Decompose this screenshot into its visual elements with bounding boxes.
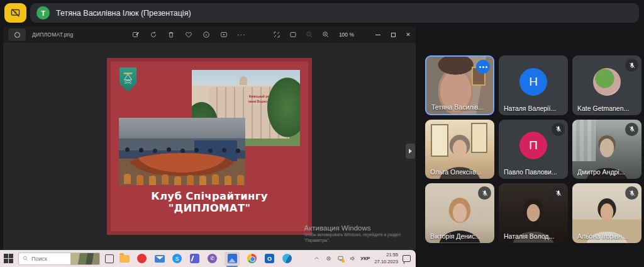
mic-off-icon <box>628 62 636 69</box>
conference-people <box>125 147 130 152</box>
participant-name: Альона Ігорівн... <box>577 232 639 240</box>
presenting-banner: T Тетяна Василівна Ілюк (Презентація) <box>30 3 639 23</box>
search-icon <box>23 256 28 261</box>
outlook-icon[interactable]: O <box>264 253 275 264</box>
slide-title: Клуб Спічрайтингу "ДИПЛОМАТ" <box>111 190 308 214</box>
conference-chairs <box>124 174 131 184</box>
participant-tile-kate[interactable]: Kate Getmanen... <box>572 55 641 115</box>
participant-name: Наталя Валерії... <box>504 105 565 112</box>
windows-taskbar: S ✆ O УКР 21:55 27.10.2023 <box>0 250 416 267</box>
volume-icon[interactable] <box>348 255 356 263</box>
next-image-button[interactable] <box>406 144 415 159</box>
clock[interactable]: 21:55 27.10.2023 <box>374 252 398 264</box>
zoom-out-icon[interactable] <box>305 30 314 39</box>
chrome-icon[interactable] <box>247 253 257 264</box>
task-view-button[interactable] <box>105 254 114 263</box>
participant-name: Вікторія Денис... <box>430 232 492 240</box>
pass-card-icon[interactable] <box>189 253 200 264</box>
participants-panel: Тетяна Василів... Н Наталя Валерії... Ka… <box>425 55 641 243</box>
taskbar-app-icons: S ✆ O <box>119 252 292 266</box>
participant-tile-viktoriia[interactable]: Вікторія Денис... <box>425 183 494 243</box>
close-icon: ✕ <box>406 32 411 38</box>
conference-table <box>129 153 235 176</box>
tray-date: 27.10.2023 <box>374 259 398 265</box>
close-button[interactable]: ✕ <box>401 26 416 43</box>
display-warning-icon[interactable] <box>336 255 344 263</box>
participant-name: Ольга Олексіїв... <box>430 168 492 176</box>
mic-muted-badge <box>625 59 638 72</box>
red-browser-icon[interactable] <box>136 253 147 264</box>
favorite-icon[interactable] <box>184 30 193 39</box>
participant-tile-dmytro[interactable]: Дмитро Андрі... <box>572 120 641 179</box>
participant-tile-pavlo[interactable]: П Павло Павлови... <box>499 120 568 179</box>
tile-more-menu-button[interactable] <box>476 60 490 74</box>
minimize-button[interactable] <box>370 26 386 43</box>
university-emblem <box>119 67 136 92</box>
start-button[interactable] <box>4 254 13 263</box>
building-dome <box>240 76 247 85</box>
conference-room-photo <box>119 118 245 186</box>
chevron-right-icon <box>409 149 412 154</box>
participant-tile-olha[interactable]: Ольга Олексіїв... <box>425 120 494 179</box>
photos-app-icon[interactable] <box>225 252 240 266</box>
presentation-slide: Київський університет імені Бориса Грінч… <box>107 58 312 235</box>
viber-icon[interactable]: ✆ <box>207 253 218 264</box>
tree-right <box>259 70 301 146</box>
participant-tile-nataliia-v[interactable]: Наталія Волод... <box>499 183 568 243</box>
edge-icon[interactable] <box>282 253 292 264</box>
participant-name: Kate Getmanen... <box>577 105 639 112</box>
windows-activation-watermark: Активация Windows Чтобы активировать Win… <box>304 224 401 244</box>
maximize-icon <box>391 33 396 37</box>
action-center-icon[interactable] <box>402 255 411 262</box>
mail-icon[interactable] <box>154 253 165 264</box>
participant-name: Павло Павлови... <box>504 168 565 176</box>
participant-tile-tetyana[interactable]: Тетяна Василів... <box>425 55 494 115</box>
viewer-zoom-controls: 100 % <box>272 30 354 39</box>
image-filename: ДИПЛОМАТ.png <box>32 31 73 38</box>
skype-icon[interactable]: S <box>172 253 182 264</box>
tray-time: 21:55 <box>374 252 398 258</box>
file-explorer-icon[interactable] <box>119 253 130 264</box>
initial-avatar: Н <box>519 68 547 96</box>
language-indicator[interactable]: УКР <box>360 256 370 261</box>
window-controls: ✕ <box>370 26 416 43</box>
meet-call-screen: T Тетяна Василівна Ілюк (Презентація) ДИ… <box>0 0 644 267</box>
presentation-off-icon <box>10 8 21 18</box>
edit-icon[interactable] <box>131 30 140 39</box>
image-viewer-canvas: Київський університет імені Бориса Грінч… <box>3 43 416 250</box>
settings-tray-icon[interactable] <box>325 255 332 263</box>
info-icon[interactable] <box>202 30 211 39</box>
hidden-icons-chevron[interactable] <box>313 255 320 263</box>
presenter-avatar: T <box>36 6 50 20</box>
mic-off-icon <box>555 125 562 133</box>
presenter-title: Тетяна Василівна Ілюк (Презентація) <box>56 9 191 18</box>
photos-app-window: ДИПЛОМАТ.png ··· <box>3 26 416 250</box>
photo-avatar <box>593 68 621 96</box>
mic-muted-badge <box>552 123 565 136</box>
zoom-level: 100 % <box>339 31 354 38</box>
rotate-icon[interactable] <box>149 30 158 39</box>
system-tray: УКР 21:55 27.10.2023 <box>313 252 412 264</box>
see-all-photos-button[interactable] <box>8 28 26 41</box>
participant-name: Тетяна Василів... <box>431 103 491 111</box>
photos-titlebar: ДИПЛОМАТ.png ··· <box>3 26 416 43</box>
minimize-icon <box>375 35 380 35</box>
photos-logo-icon <box>14 32 20 38</box>
participant-name: Наталія Волод... <box>504 232 565 240</box>
fit-to-window-icon[interactable] <box>289 30 297 39</box>
participant-name: Дмитро Андрі... <box>577 168 639 176</box>
search-highlight-image[interactable] <box>70 253 99 264</box>
stop-presenting-button[interactable] <box>4 3 26 23</box>
zoom-in-icon[interactable] <box>321 30 330 39</box>
fullscreen-icon[interactable] <box>272 30 281 39</box>
slide-background: Київський університет імені Бориса Грінч… <box>111 62 308 231</box>
taskbar-search[interactable] <box>18 253 100 265</box>
more-options-icon[interactable]: ··· <box>237 30 246 39</box>
delete-icon[interactable] <box>167 30 175 39</box>
maximize-button[interactable] <box>386 26 401 43</box>
search-input[interactable] <box>31 256 64 262</box>
participant-tile-natalya-v[interactable]: Н Наталя Валерії... <box>499 55 568 115</box>
viewer-toolbar: ··· <box>131 30 246 39</box>
participant-tile-alona[interactable]: Альона Ігорівн... <box>572 183 641 243</box>
slideshow-icon[interactable] <box>219 30 228 39</box>
